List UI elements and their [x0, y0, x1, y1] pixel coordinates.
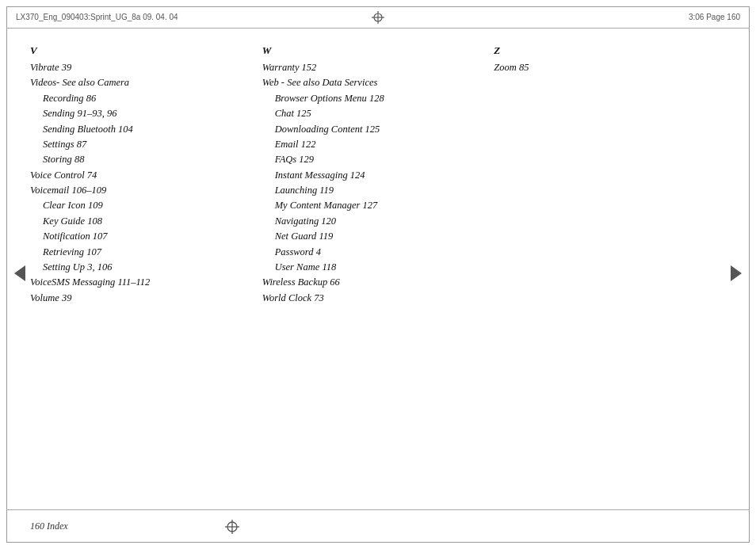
- column-w: WWarranty 152Web - See also Data Service…: [262, 44, 494, 501]
- index-entry: Password 4: [262, 245, 479, 260]
- index-entry: Navigating 120: [262, 214, 479, 229]
- index-entry: Notification 107: [30, 229, 246, 244]
- index-entry: Sending 91–93, 96: [30, 106, 246, 121]
- index-entry: Chat 125: [262, 106, 479, 121]
- footer-text: 160 Index: [30, 520, 68, 532]
- index-entry: Clear Icon 109: [30, 198, 246, 213]
- index-entry: VoiceSMS Messaging 111–112: [30, 275, 246, 290]
- index-entry: Web - See also Data Services: [262, 75, 479, 90]
- index-entry: Key Guide 108: [30, 214, 246, 229]
- index-entry: Wireless Backup 66: [262, 275, 479, 290]
- header-file-info: LX370_Eng_090403:Sprint_UG_8a 09. 04. 04: [16, 13, 258, 21]
- footer-area: 160 Index: [6, 509, 750, 543]
- index-entry: Videos- See also Camera: [30, 75, 246, 90]
- index-entry: Downloading Content 125: [262, 122, 479, 137]
- index-entry: Setting Up 3, 106: [30, 260, 246, 275]
- index-entry: Vibrate 39: [30, 60, 246, 75]
- column-letter-v: V: [30, 44, 246, 57]
- index-entry: Launching 119: [262, 183, 479, 198]
- column-v: VVibrate 39Videos- See also CameraRecord…: [30, 44, 262, 501]
- header-time-info: 3:06 Page 160: [498, 13, 740, 21]
- index-entry: Browser Options Menu 128: [262, 91, 479, 106]
- header-bar: LX370_Eng_090403:Sprint_UG_8a 09. 04. 04…: [6, 6, 750, 29]
- index-entry: Retrieving 107: [30, 245, 246, 260]
- index-entry: Warranty 152: [262, 60, 479, 75]
- index-entry: Instant Messaging 124: [262, 168, 479, 183]
- index-entry: User Name 118: [262, 260, 479, 275]
- index-columns: VVibrate 39Videos- See also CameraRecord…: [30, 44, 726, 501]
- index-entry: Volume 39: [30, 291, 246, 306]
- index-entry: Voicemail 106–109: [30, 183, 246, 198]
- index-entry: Sending Bluetooth 104: [30, 122, 246, 137]
- column-letter-z: Z: [494, 44, 710, 57]
- index-entry: FAQs 129: [262, 152, 479, 167]
- index-entry: Net Guard 119: [262, 229, 479, 244]
- index-entry: Recording 86: [30, 91, 246, 106]
- footer-crosshair: [68, 520, 397, 534]
- header-center: [258, 11, 499, 24]
- index-entry: My Content Manager 127: [262, 198, 479, 213]
- index-entry: Voice Control 74: [30, 168, 246, 183]
- index-entry: Email 122: [262, 137, 479, 152]
- index-entry: Zoom 85: [494, 60, 710, 75]
- column-z: ZZoom 85: [494, 44, 726, 501]
- column-letter-w: W: [262, 44, 479, 57]
- index-entry: Settings 87: [30, 137, 246, 152]
- content-area: VVibrate 39Videos- See also CameraRecord…: [6, 29, 750, 509]
- crosshair-top: [372, 11, 384, 24]
- index-entry: Storing 88: [30, 152, 246, 167]
- index-entry: World Clock 73: [262, 291, 479, 306]
